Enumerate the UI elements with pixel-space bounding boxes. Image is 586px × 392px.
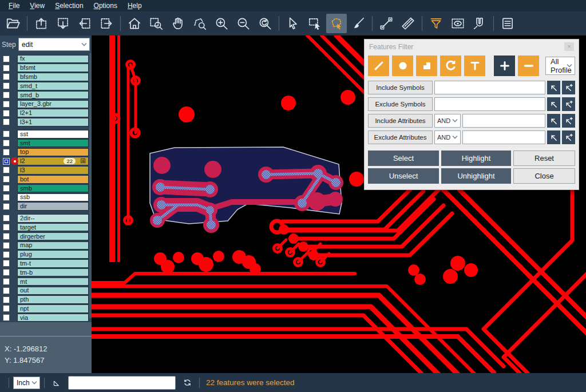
layer-row-map[interactable]: map — [0, 241, 92, 250]
home-view-icon[interactable] — [124, 14, 145, 33]
close-button[interactable]: Close — [513, 168, 575, 184]
layer-row-mt[interactable]: mt — [0, 277, 92, 286]
layer-row-l3[interactable]: l3 — [0, 166, 92, 175]
layer-checkbox[interactable] — [3, 224, 10, 231]
layer-checkbox[interactable] — [3, 65, 10, 72]
menu-item-selection[interactable]: Selection — [50, 1, 88, 10]
pointer-select-icon[interactable] — [283, 14, 303, 33]
layer-color-bar[interactable]: via — [17, 314, 89, 322]
sync-refresh-icon[interactable] — [181, 377, 193, 389]
pick-arrow-add-icon[interactable] — [562, 97, 575, 111]
unhighlight-button[interactable]: Unhighlight — [441, 168, 511, 184]
measure-distance-icon[interactable] — [376, 14, 397, 33]
filter-pad-icon[interactable] — [392, 56, 413, 76]
clean-brush-icon[interactable] — [348, 14, 369, 33]
layer-checkbox[interactable] — [3, 233, 10, 240]
layer-checkbox[interactable] — [3, 167, 10, 173]
units-dropdown[interactable]: Inch — [13, 377, 40, 389]
layer-color-bar[interactable]: layer_3.gbr — [17, 100, 89, 109]
layer-color-bar[interactable]: dirgerber — [17, 232, 89, 241]
polygon-select-icon[interactable] — [326, 14, 347, 33]
exclude-symbols-input[interactable] — [434, 97, 545, 111]
layer-color-bar[interactable]: fx — [17, 55, 89, 64]
unselect-button[interactable]: Unselect — [368, 168, 439, 184]
include-attributes-input[interactable] — [462, 114, 545, 128]
layer-color-bar[interactable]: plug — [17, 250, 89, 259]
layer-row-dir[interactable]: dir — [0, 202, 92, 211]
layer-color-bar[interactable]: bfsmb — [17, 73, 89, 81]
features-filter-funnel-icon[interactable] — [426, 14, 446, 33]
layer-checkbox[interactable] — [3, 101, 10, 108]
snap-magnet-icon[interactable] — [469, 14, 490, 33]
exclude-attributes-logic-dropdown[interactable]: AND — [434, 130, 461, 144]
layer-row-target[interactable]: target — [0, 223, 92, 232]
layer-row-bfsmb[interactable]: bfsmb — [0, 73, 92, 82]
layer-color-bar[interactable]: 2dir-- — [17, 214, 89, 223]
pick-arrow-icon[interactable] — [547, 97, 560, 111]
layer-color-bar[interactable]: l3 — [17, 166, 89, 175]
layer-checkbox[interactable] — [3, 118, 10, 125]
layer-checkbox[interactable] — [3, 140, 10, 146]
menu-item-view[interactable]: View — [25, 1, 50, 10]
layer-row-l2+1[interactable]: l2+1 — [0, 109, 92, 118]
menu-item-options[interactable]: Options — [89, 1, 122, 10]
layer-row-dirgerber[interactable]: dirgerber — [0, 232, 92, 241]
layer-row-bfsmt[interactable]: bfsmt — [0, 64, 92, 73]
layer-checkbox[interactable] — [3, 287, 10, 294]
layer-color-bar[interactable]: smd_t — [17, 82, 89, 90]
include-symbols-input[interactable] — [434, 81, 545, 94]
close-icon[interactable]: × — [564, 42, 574, 51]
layer-color-bar[interactable]: smd_b — [17, 91, 89, 100]
pick-arrow-add-icon[interactable] — [562, 130, 575, 144]
layer-row-smt[interactable]: smt — [0, 138, 92, 148]
layer-checkbox[interactable] — [3, 314, 10, 321]
exclude-attributes-input[interactable] — [462, 130, 545, 144]
paste-up-icon[interactable] — [31, 14, 52, 33]
layer-row-via[interactable]: via — [0, 313, 92, 322]
zoom-polygon-icon[interactable] — [189, 14, 210, 33]
pcb-canvas[interactable]: Features Filter × All Profile Include Sy… — [92, 35, 586, 373]
layer-row-fx[interactable]: fx — [0, 54, 92, 64]
layer-color-bar[interactable]: map — [17, 241, 89, 250]
layer-checkbox[interactable] — [3, 203, 10, 210]
ruler-measure-icon[interactable] — [398, 14, 418, 33]
paste-right-icon[interactable] — [96, 14, 117, 33]
layer-row-sst[interactable]: sst — [0, 129, 92, 138]
layer-color-bar[interactable]: tm-b — [17, 268, 89, 277]
layer-row-smd_t[interactable]: smd_t — [0, 81, 92, 90]
pan-hand-icon[interactable] — [168, 14, 188, 33]
layer-checkbox[interactable] — [3, 215, 10, 221]
dialog-titlebar[interactable]: Features Filter × — [365, 39, 579, 54]
layer-color-bar[interactable]: l222⊞ — [17, 157, 89, 165]
layer-color-bar[interactable]: tm-t — [17, 259, 89, 268]
pick-arrow-add-icon[interactable] — [562, 114, 575, 128]
layer-row-l2[interactable]: l222⊞ — [0, 157, 92, 166]
layer-row-top[interactable]: top — [0, 148, 92, 157]
layer-row-layer_3.gbr[interactable]: layer_3.gbr — [0, 100, 92, 109]
layer-checkbox[interactable] — [3, 278, 10, 285]
view-eye-icon[interactable] — [448, 14, 468, 33]
filter-arc-icon[interactable] — [440, 56, 461, 76]
layer-color-bar[interactable]: target — [17, 223, 89, 232]
layer-color-bar[interactable]: smb — [17, 184, 89, 193]
layer-row-l3+1[interactable]: l3+1 — [0, 118, 92, 127]
layer-row-pth[interactable]: pth — [0, 295, 92, 304]
layer-row-smd_b[interactable]: smd_b — [0, 90, 92, 100]
paste-left-icon[interactable] — [74, 14, 95, 33]
include-attributes-logic-dropdown[interactable]: AND — [434, 114, 461, 128]
layer-color-bar[interactable]: l2+1 — [17, 109, 89, 117]
grid-icon[interactable]: ⊞ — [80, 157, 86, 165]
layer-row-out[interactable]: out — [0, 286, 92, 295]
layer-row-plug[interactable]: plug — [0, 250, 92, 259]
layer-row-npt[interactable]: npt — [0, 304, 92, 314]
layer-color-bar[interactable]: smt — [17, 139, 89, 148]
highlight-button[interactable]: Highlight — [441, 151, 511, 166]
layer-checkbox[interactable] — [3, 242, 10, 249]
zoom-previous-icon[interactable] — [255, 14, 275, 33]
layer-checkbox[interactable] — [3, 251, 10, 258]
layer-row-tm-b[interactable]: tm-b — [0, 268, 92, 277]
reset-button[interactable]: Reset — [513, 151, 575, 166]
rectangle-select-icon[interactable] — [304, 14, 325, 33]
layer-checkbox[interactable] — [3, 73, 10, 80]
open-folder-icon[interactable] — [3, 14, 23, 33]
